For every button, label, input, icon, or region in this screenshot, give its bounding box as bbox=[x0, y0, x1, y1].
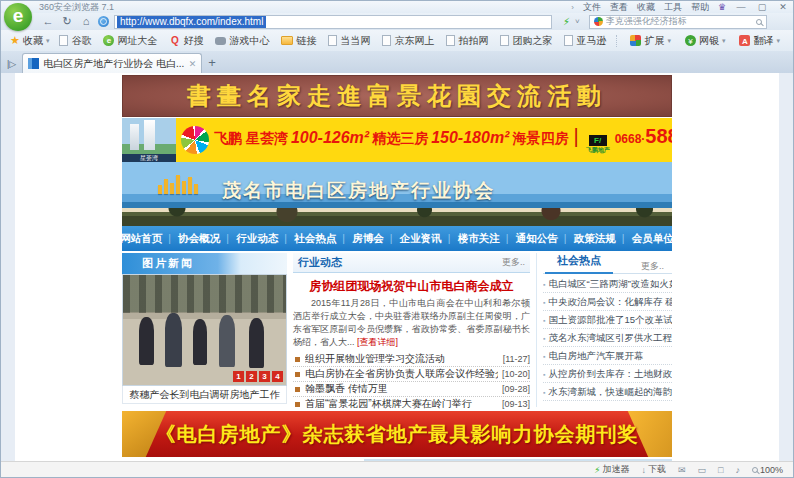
tab-active[interactable]: 电白区房产地产行业协会 电白... ✕ bbox=[22, 53, 202, 73]
menu-item[interactable]: 帮助 bbox=[691, 1, 709, 14]
hotspot-item[interactable]: 茂名水东湾城区引罗供水工程开工 bbox=[543, 329, 672, 347]
industry-title[interactable]: 行业动态 bbox=[298, 255, 342, 270]
photo-news-image[interactable]: 1234 bbox=[122, 274, 287, 386]
property-ad-banner[interactable]: 星荟湾 飞鹏 星荟湾 100-126m² 精选三房 150-180m² 海景四房… bbox=[122, 118, 672, 162]
industry-item-title[interactable]: 翰墨飘香 传情万里 bbox=[305, 382, 498, 396]
bookmark-label: 当当网 bbox=[340, 34, 370, 48]
tower-shape bbox=[130, 124, 139, 150]
zoom-control[interactable]: 100% bbox=[752, 465, 783, 475]
scrollbar-down-icon[interactable]: ˅ bbox=[784, 449, 789, 458]
detail-link[interactable]: [查看详细] bbox=[357, 337, 398, 347]
pager-dot[interactable]: 3 bbox=[259, 371, 270, 382]
bookmark-item[interactable]: 团购之家 bbox=[497, 34, 555, 48]
toolbar-tool[interactable]: 网银 ▾ bbox=[682, 34, 729, 48]
refresh-button[interactable]: ↻ bbox=[60, 15, 74, 28]
speed-mode-icon[interactable]: ⚡ bbox=[563, 16, 570, 27]
search-input[interactable]: 李克强强化经济指标 bbox=[606, 15, 753, 28]
hotspot-item[interactable]: 水东湾新城，快速崛起的海韵绿城 bbox=[543, 383, 672, 401]
bookmark-item[interactable]: 链接 bbox=[278, 34, 319, 48]
nav-item[interactable]: 企业资讯 bbox=[392, 232, 450, 246]
globe-green-icon bbox=[103, 35, 114, 46]
nav-item[interactable]: 行业动态 bbox=[228, 232, 286, 246]
tab-close-icon[interactable]: ✕ bbox=[189, 59, 197, 69]
industry-list-item[interactable]: 首届“富景花园”杯棋牌大赛在岭门举行 [09-13] bbox=[293, 397, 530, 412]
award-banner[interactable]: 《电白房地产》杂志获省地产最具影响力协会期刊奖 bbox=[122, 411, 672, 457]
pager-dot[interactable]: 4 bbox=[272, 371, 283, 382]
industry-headline[interactable]: 房协组团现场祝贺中山市电白商会成立 bbox=[293, 278, 530, 295]
pager-dot[interactable]: 2 bbox=[246, 371, 257, 382]
hotspots-more-link[interactable]: 更多.. bbox=[641, 260, 664, 273]
nav-item[interactable]: 房博会 bbox=[344, 232, 392, 246]
window-split-icon[interactable]: ▭ bbox=[698, 465, 707, 475]
bookmark-item[interactable]: 京东网上 bbox=[379, 34, 437, 48]
bookmark-item[interactable]: 网址大全 bbox=[100, 34, 160, 48]
browser-360-logo-icon[interactable]: e bbox=[4, 3, 32, 31]
industry-item-title[interactable]: 组织开展物业管理学习交流活动 bbox=[305, 352, 499, 366]
accelerator-button[interactable]: ⚡ 加速器 bbox=[594, 463, 629, 476]
hotspot-item[interactable]: 从控房价到去库存：土地财政已难以为 bbox=[543, 365, 672, 383]
minimize-button[interactable]: — bbox=[735, 2, 747, 12]
media-icon[interactable]: ♪ bbox=[735, 465, 740, 475]
bookmark-item[interactable]: 拍拍网 bbox=[443, 34, 491, 48]
hotspots-section: 社会热点 更多.. 电白城区“三路两湖”改造如火如荼进中央政治局会议：化解库存 … bbox=[536, 253, 672, 407]
photo-caption[interactable]: 蔡穗产会长到电白调研房地产工作 bbox=[122, 386, 287, 404]
hotspot-item[interactable]: 国土资源部批准了15个改革试点农用地 bbox=[543, 311, 672, 329]
mode-dropdown-icon[interactable]: ˅ bbox=[575, 17, 580, 26]
menu-overflow-icon[interactable]: › bbox=[571, 3, 574, 12]
close-button[interactable]: ✕ bbox=[777, 2, 789, 12]
address-bar[interactable]: http://www.dbqfx.com/index.html bbox=[114, 15, 552, 29]
industry-item-date: [09-13] bbox=[502, 399, 530, 409]
webpage-viewport: 書畫名家走進富景花園交流活動 星荟湾 飞鹏 星荟湾 100-126m² 精选三房… bbox=[1, 73, 793, 461]
square-bullet-icon bbox=[295, 402, 300, 407]
nav-item[interactable]: 网站首页 bbox=[112, 232, 170, 246]
download-button[interactable]: ↓ 下载 bbox=[641, 463, 666, 476]
session-restore-icon[interactable]: |▷ bbox=[7, 59, 16, 69]
menu-item[interactable]: 工具 bbox=[664, 1, 682, 14]
page-icon bbox=[382, 35, 391, 46]
nav-item[interactable]: 楼市关注 bbox=[450, 232, 508, 246]
industry-more-link[interactable]: 更多.. bbox=[502, 256, 525, 269]
hotspot-item[interactable]: 中央政治局会议：化解库存 稳定房地产 bbox=[543, 293, 672, 311]
tab-title[interactable]: 电白区房产地产行业协会 电白... bbox=[43, 57, 184, 71]
industry-item-title[interactable]: 首届“富景花园”杯棋牌大赛在岭门举行 bbox=[305, 397, 498, 411]
toolbar-tool[interactable]: 扩展 ▾ bbox=[627, 34, 674, 48]
nav-item[interactable]: 通知公告 bbox=[508, 232, 566, 246]
message-icon[interactable]: ✉ bbox=[678, 465, 686, 475]
hotspot-item[interactable]: 电白城区“三路两湖”改造如火如荼进 bbox=[543, 275, 672, 293]
industry-list-item[interactable]: 翰墨飘香 传情万里 [09-28] bbox=[293, 382, 530, 397]
home-button[interactable]: ⌂ bbox=[79, 15, 93, 28]
search-box[interactable]: 李克强强化经济指标 bbox=[589, 15, 767, 29]
bookmark-item[interactable]: 当当网 bbox=[325, 34, 373, 48]
toolbar-tool[interactable]: 翻译 ▾ bbox=[736, 34, 783, 48]
calligraphy-event-banner[interactable]: 書畫名家走進富景花園交流活動 bbox=[122, 75, 672, 117]
nav-item[interactable]: 协会概况 bbox=[170, 232, 228, 246]
menu-item[interactable]: 文件 bbox=[583, 1, 601, 14]
menu-item[interactable]: 收藏 bbox=[637, 1, 655, 14]
bookmark-item[interactable]: 游戏中心 bbox=[212, 34, 272, 48]
nav-item[interactable]: 会员单位 bbox=[624, 232, 682, 246]
bookmark-item[interactable]: 好搜 bbox=[166, 34, 206, 48]
maximize-button[interactable]: ▢ bbox=[756, 2, 768, 12]
fullscreen-icon[interactable]: □ bbox=[718, 465, 723, 475]
search-icon[interactable] bbox=[756, 19, 762, 25]
bookmark-item[interactable]: 亚马逊 bbox=[561, 34, 609, 48]
nav-item[interactable]: 社会热点 bbox=[286, 232, 344, 246]
hotspots-title[interactable]: 社会热点 bbox=[545, 253, 613, 274]
pager-dot[interactable]: 1 bbox=[233, 371, 244, 382]
favorites-button[interactable]: ★ 收藏 ▾ bbox=[7, 34, 52, 48]
new-tab-button[interactable]: + bbox=[208, 55, 216, 70]
menu-item[interactable]: 查看 bbox=[610, 1, 628, 14]
industry-list-item[interactable]: 电白房协在全省房协负责人联席会议作经验介绍 [10-20] bbox=[293, 367, 530, 382]
bookmark-label: 链接 bbox=[296, 34, 316, 48]
nav-item[interactable]: 政策法规 bbox=[566, 232, 624, 246]
url-text[interactable]: http://www.dbqfx.com/index.html bbox=[117, 16, 266, 28]
vip-crown-icon[interactable]: ♛ bbox=[718, 2, 726, 12]
bookmark-label: 团购之家 bbox=[512, 34, 552, 48]
hotspot-item[interactable]: 电白房地产汽车展开幕 bbox=[543, 347, 672, 365]
industry-list-item[interactable]: 组织开展物业管理学习交流活动 [11-27] bbox=[293, 352, 530, 367]
status-bar: ⚡ 加速器 ↓ 下载 ✉ ▭ □ ♪ 100% bbox=[1, 461, 793, 477]
bookmark-item[interactable]: 谷歌 bbox=[56, 34, 94, 48]
back-button[interactable]: ← bbox=[41, 15, 55, 28]
chevron-down-icon: ▾ bbox=[46, 37, 50, 45]
industry-item-title[interactable]: 电白房协在全省房协负责人联席会议作经验介绍 bbox=[305, 367, 498, 381]
